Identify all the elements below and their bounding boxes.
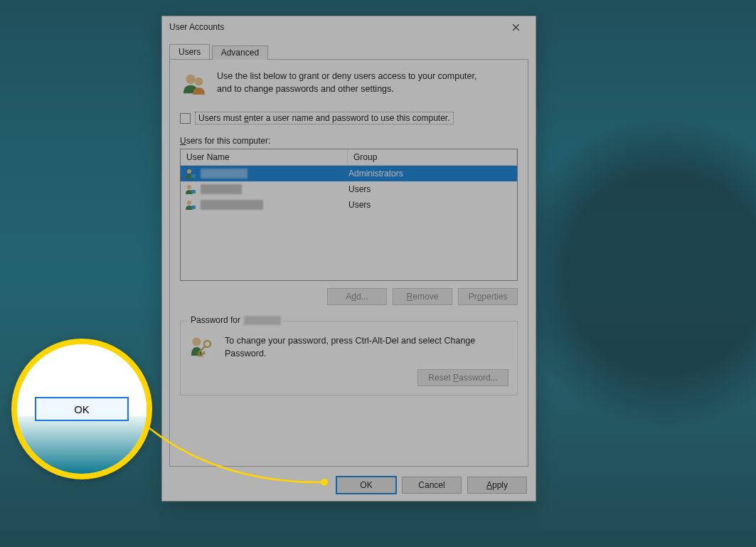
username-redacted xyxy=(201,184,242,194)
svg-rect-5 xyxy=(191,190,196,193)
tabstrip: Users Advanced xyxy=(169,43,528,60)
svg-point-2 xyxy=(187,169,191,174)
require-login-checkbox[interactable] xyxy=(180,113,191,124)
users-icon xyxy=(180,70,208,100)
svg-point-1 xyxy=(195,78,203,86)
svg-point-8 xyxy=(193,338,201,346)
group-cell: Users xyxy=(344,198,517,211)
col-header-group[interactable]: Group xyxy=(348,149,517,165)
close-button[interactable] xyxy=(500,17,531,37)
callout-ok-button: OK xyxy=(35,397,129,421)
password-group-text: To change your password, press Ctrl-Alt-… xyxy=(225,334,481,360)
desktop-wallpaper: User Accounts Users Advanced Use th xyxy=(0,0,756,547)
require-login-row[interactable]: Users must enter a user name and passwor… xyxy=(180,112,518,124)
username-redacted xyxy=(201,169,247,179)
apply-button[interactable]: Apply xyxy=(467,477,527,494)
close-icon xyxy=(512,23,520,31)
svg-point-0 xyxy=(186,75,195,84)
tab-panel-users: Use the list below to grant or deny user… xyxy=(169,60,528,467)
user-icon xyxy=(185,184,196,195)
group-cell: Administrators xyxy=(344,167,517,180)
user-action-buttons: Add... Remove Properties xyxy=(180,288,518,305)
users-table[interactable]: User Name Group Administrators Users xyxy=(180,149,518,281)
users-list-label: Users for this computer: xyxy=(180,136,518,146)
group-cell: Users xyxy=(344,183,517,196)
require-login-label: Users must enter a user name and passwor… xyxy=(195,112,454,124)
cancel-button[interactable]: Cancel xyxy=(402,477,462,494)
tab-users[interactable]: Users xyxy=(169,44,210,59)
user-icon xyxy=(185,168,196,179)
key-icon xyxy=(189,334,215,362)
remove-button[interactable]: Remove xyxy=(393,288,452,305)
svg-point-4 xyxy=(187,185,191,189)
password-group-legend: Password for xyxy=(188,315,284,325)
svg-point-6 xyxy=(187,201,191,205)
table-row[interactable]: Users xyxy=(181,197,517,213)
svg-rect-3 xyxy=(191,174,196,178)
legend-username-redacted xyxy=(244,316,281,325)
table-row[interactable]: Administrators xyxy=(181,166,517,181)
ok-button[interactable]: OK xyxy=(336,477,396,494)
properties-button[interactable]: Properties xyxy=(458,288,518,305)
col-header-username[interactable]: User Name xyxy=(181,149,348,165)
reset-password-button[interactable]: Reset Password... xyxy=(417,369,509,386)
table-row[interactable]: Users xyxy=(181,181,517,197)
svg-rect-7 xyxy=(191,206,196,209)
dialog-title: User Accounts xyxy=(169,22,224,32)
password-group: Password for To change your password, pr… xyxy=(180,321,518,395)
intro-row: Use the list below to grant or deny user… xyxy=(180,70,518,100)
intro-text: Use the list below to grant or deny user… xyxy=(217,70,487,95)
user-accounts-dialog: User Accounts Users Advanced Use th xyxy=(161,16,536,501)
titlebar[interactable]: User Accounts xyxy=(162,16,536,38)
tab-advanced[interactable]: Advanced xyxy=(212,46,268,60)
dialog-footer: OK Cancel Apply xyxy=(336,477,527,494)
add-button[interactable]: Add... xyxy=(327,288,387,305)
user-icon xyxy=(185,199,196,211)
username-redacted xyxy=(201,200,263,210)
table-header: User Name Group xyxy=(181,149,517,166)
annotation-callout: OK xyxy=(11,339,152,479)
